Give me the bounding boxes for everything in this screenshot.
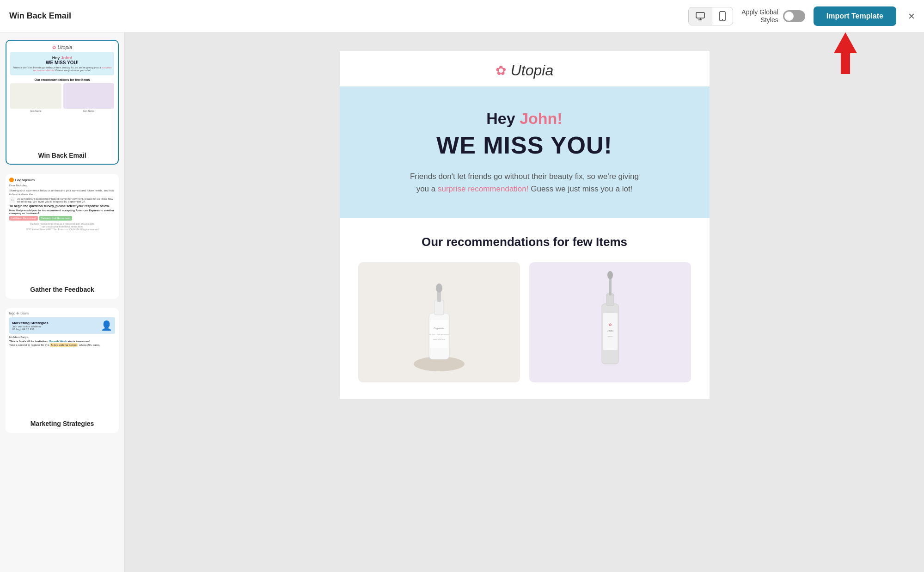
template-label-gather-feedback: Gather the Feedback bbox=[6, 281, 118, 298]
mini-miss: WE MISS YOU! bbox=[12, 60, 112, 65]
mini-greeting: Hey John! bbox=[12, 55, 112, 60]
feedback-body-2: Sharing your experience helps us underst… bbox=[9, 189, 115, 197]
mini-hero3-date: 08 Aug, 04:30 PM bbox=[12, 328, 49, 331]
mini-product-1: Item Name bbox=[10, 83, 61, 112]
toggle-track bbox=[783, 10, 805, 22]
template-label-win-back: Win Back Email bbox=[6, 147, 118, 164]
email-product-1: Organisku PS-100 - Fine dermicure some i… bbox=[358, 262, 520, 382]
logo3-text: logo ⊕ ipsum bbox=[9, 312, 29, 315]
survey-btn-will: Definitely! I will Recommend bbox=[39, 216, 72, 221]
mini-logo2: Logoipsum bbox=[9, 178, 115, 182]
feedback-body-1: Dear Nicholas, bbox=[9, 184, 115, 188]
feedback-bold: To begin the question survey, please sel… bbox=[9, 204, 115, 208]
template-card-marketing[interactable]: logo ⊕ ipsum Marketing Strategies Join o… bbox=[6, 308, 119, 433]
mini-name: John! bbox=[61, 55, 73, 60]
email-product-2: ✿ Utopia serum bbox=[529, 262, 691, 382]
mini-sub: Friends don't let friends go without the… bbox=[12, 66, 112, 72]
email-recommendations-section: Our recommendations for few Items bbox=[340, 218, 710, 399]
mini-link: surpriserecommendation! bbox=[33, 66, 112, 72]
mobile-view-button[interactable] bbox=[712, 7, 733, 25]
email-hero-body: Friends don't let friends go without the… bbox=[404, 170, 645, 195]
email-product-img-1: Organisku PS-100 - Fine dermicure some i… bbox=[358, 262, 520, 382]
main-layout: ✿ Utopia Hey John! WE MISS YOU! Friends … bbox=[0, 32, 924, 572]
email-brand-name: Utopia bbox=[511, 62, 554, 79]
logo2-text: Logoipsum bbox=[15, 178, 35, 182]
logo2-circle bbox=[9, 178, 14, 182]
product1-bottle-svg: Organisku PS-100 - Fine dermicure some i… bbox=[402, 267, 476, 378]
template-preview-marketing: logo ⊕ ipsum Marketing Strategies Join o… bbox=[6, 309, 118, 415]
greeting-text: Hey bbox=[486, 110, 520, 127]
mini-logo3: logo ⊕ ipsum bbox=[9, 312, 115, 315]
email-recs-title: Our recommendations for few Items bbox=[358, 235, 691, 249]
growth-week-link: Growth Week bbox=[49, 340, 67, 343]
svg-text:Utopia: Utopia bbox=[606, 329, 613, 332]
template-sidebar: ✿ Utopia Hey John! WE MISS YOU! Friends … bbox=[0, 32, 125, 572]
template-label-marketing: Marketing Strategies bbox=[6, 415, 118, 432]
mini-hero3-title: Marketing Strategies bbox=[12, 321, 49, 325]
survey-buttons: I will Never Recommend Definitely! I wil… bbox=[9, 216, 115, 221]
feedback-footer: you have received this email as a regist… bbox=[9, 222, 115, 231]
mini-product-name-2: Item Name bbox=[63, 110, 115, 112]
svg-rect-0 bbox=[696, 12, 704, 18]
hero-body-link: surprise recommendation! bbox=[438, 185, 529, 193]
email-preview-container: ✿ Utopia Hey John! WE MISS YOU! Friends … bbox=[340, 51, 710, 399]
email-flower-icon: ✿ bbox=[496, 63, 506, 78]
mini-brand: Utopia bbox=[58, 44, 73, 50]
mini-hero-section: Hey John! WE MISS YOU! Friends don't let… bbox=[10, 52, 114, 75]
svg-text:serum: serum bbox=[607, 335, 613, 338]
feedback-icon-row: ☐ As a merchant accepting (Product name)… bbox=[9, 197, 115, 203]
mini-flower-icon: ✿ bbox=[52, 45, 56, 50]
mini-hero3-text: Marketing Strategies Join our online Web… bbox=[12, 321, 49, 331]
mini-logo: ✿ Utopia bbox=[10, 44, 114, 50]
email-preview-area: ✿ Utopia Hey John! WE MISS YOU! Friends … bbox=[125, 32, 924, 572]
device-toggle bbox=[688, 7, 733, 25]
email-hero-section: Hey John! WE MISS YOU! Friends don't let… bbox=[340, 86, 710, 218]
mini-product-2: Item Name bbox=[63, 83, 115, 112]
highlighted-text: 5-day webinar series bbox=[50, 343, 77, 347]
mini-product-img-1 bbox=[10, 83, 61, 109]
survey-question: How likely would you be to recommend acc… bbox=[9, 209, 115, 215]
feedback-icon-1: ☐ bbox=[9, 197, 15, 203]
mini-preview-marketing: logo ⊕ ipsum Marketing Strategies Join o… bbox=[6, 309, 118, 351]
mini-body3-1: Hi Adam Zariya, bbox=[9, 336, 115, 338]
mobile-icon bbox=[719, 11, 726, 21]
svg-text:some info here: some info here bbox=[433, 338, 445, 340]
template-card-win-back-email[interactable]: ✿ Utopia Hey John! WE MISS YOU! Friends … bbox=[6, 40, 119, 165]
global-styles-label: Apply GlobalStyles bbox=[741, 8, 778, 24]
template-card-gather-feedback[interactable]: Logoipsum Dear Nicholas, Sharing your ex… bbox=[6, 174, 119, 299]
header-controls: Apply GlobalStyles Import Template × bbox=[688, 6, 915, 26]
svg-text:✿: ✿ bbox=[608, 323, 612, 327]
import-template-button[interactable]: Import Template bbox=[814, 6, 896, 26]
global-styles-toggle[interactable] bbox=[783, 10, 805, 22]
desktop-icon bbox=[695, 11, 705, 21]
email-products-row: Organisku PS-100 - Fine dermicure some i… bbox=[358, 262, 691, 382]
toggle-knob bbox=[784, 12, 794, 21]
email-logo-section: ✿ Utopia bbox=[340, 51, 710, 86]
svg-point-4 bbox=[722, 19, 723, 20]
global-styles-control: Apply GlobalStyles bbox=[741, 8, 805, 24]
mini-preview-content: ✿ Utopia Hey John! WE MISS YOU! Friends … bbox=[6, 41, 118, 116]
product2-bottle-svg: ✿ Utopia serum bbox=[573, 267, 647, 378]
mini-product-img-2 bbox=[63, 83, 115, 109]
page-title: Win Back Email bbox=[9, 11, 688, 21]
email-hero-miss: WE MISS YOU! bbox=[367, 131, 682, 159]
svg-point-20 bbox=[607, 271, 613, 279]
svg-point-11 bbox=[436, 283, 442, 293]
mini-preview-feedback: Logoipsum Dear Nicholas, Sharing your ex… bbox=[6, 175, 118, 234]
mini-product-name-1: Item Name bbox=[10, 110, 61, 112]
close-button[interactable]: × bbox=[908, 10, 915, 23]
feedback-icon-label: As a merchant accepting (Product name) f… bbox=[17, 197, 115, 203]
mini-hero3-icon: 👤 bbox=[101, 320, 112, 331]
template-preview-win-back: ✿ Utopia Hey John! WE MISS YOU! Friends … bbox=[6, 41, 118, 147]
svg-text:Organisku: Organisku bbox=[434, 327, 444, 330]
mini-rec-title: Our recommendations for few Items bbox=[10, 78, 114, 81]
hero-body-after: Guess we just miss you a lot! bbox=[528, 185, 632, 193]
hero-name: John! bbox=[520, 110, 563, 127]
mini-body3-2: This is final call for invitation: Growt… bbox=[9, 340, 115, 343]
svg-rect-9 bbox=[434, 300, 444, 315]
email-hero-greeting: Hey John! bbox=[367, 110, 682, 128]
mini-products: Item Name Item Name bbox=[10, 83, 114, 112]
desktop-view-button[interactable] bbox=[689, 7, 712, 25]
survey-btn-never: I will Never Recommend bbox=[9, 216, 38, 221]
logo2-combined: Logoipsum bbox=[9, 178, 35, 182]
